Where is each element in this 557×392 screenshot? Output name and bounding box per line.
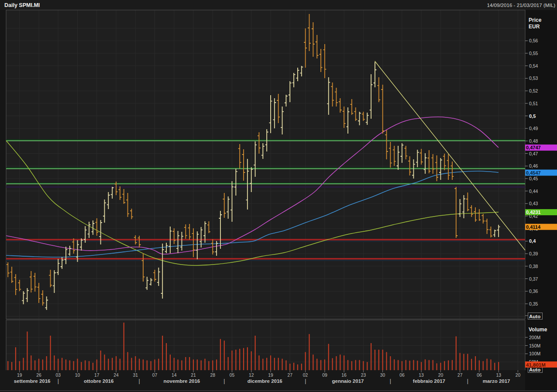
svg-text:0,48: 0,48: [529, 138, 538, 144]
svg-text:|: |: [305, 378, 306, 384]
svg-text:14: 14: [172, 373, 177, 378]
svg-text:0,36: 0,36: [529, 289, 538, 294]
svg-text:0,43: 0,43: [529, 201, 538, 206]
svg-text:28: 28: [210, 373, 215, 378]
svg-text:0,4114: 0,4114: [526, 224, 541, 230]
svg-text:ottobre 2016: ottobre 2016: [84, 378, 113, 384]
svg-text:19: 19: [268, 373, 273, 378]
svg-text:12: 12: [249, 373, 254, 378]
svg-text:06: 06: [477, 373, 482, 378]
svg-text:23: 23: [361, 373, 366, 378]
svg-text:0,39: 0,39: [529, 251, 538, 256]
svg-text:30: 30: [380, 373, 385, 378]
svg-text:|: |: [467, 378, 468, 384]
svg-text:|: |: [58, 378, 59, 384]
svg-text:Volume: Volume: [529, 327, 547, 333]
svg-text:0,45: 0,45: [529, 176, 538, 181]
svg-text:0,35: 0,35: [529, 301, 538, 306]
svg-text:Auto: Auto: [529, 367, 540, 372]
svg-text:Price: Price: [529, 17, 542, 23]
svg-text:24: 24: [113, 373, 119, 378]
svg-text:0,4547: 0,4547: [526, 170, 541, 175]
svg-text:100M: 100M: [529, 351, 540, 356]
svg-text:0,44: 0,44: [529, 189, 538, 194]
svg-text:0,4: 0,4: [529, 238, 536, 244]
svg-text:150M: 150M: [529, 343, 540, 348]
svg-text:31: 31: [133, 373, 138, 378]
svg-text:13: 13: [419, 373, 424, 378]
svg-text:17: 17: [94, 373, 100, 378]
svg-text:02: 02: [303, 373, 308, 378]
svg-text:0,5: 0,5: [529, 113, 536, 119]
svg-text:EUR: EUR: [529, 24, 540, 30]
svg-text:0,38: 0,38: [529, 264, 538, 269]
svg-text:20: 20: [438, 373, 444, 378]
svg-text:0,55: 0,55: [529, 51, 538, 56]
svg-text:|: |: [390, 378, 391, 384]
svg-text:marzo 2017: marzo 2017: [483, 378, 510, 384]
svg-text:07: 07: [152, 373, 158, 378]
svg-text:0,4747: 0,4747: [526, 145, 541, 150]
svg-text:10: 10: [75, 373, 80, 378]
svg-text:27: 27: [287, 373, 292, 378]
svg-text:0,46: 0,46: [529, 163, 538, 168]
svg-text:0,49: 0,49: [529, 126, 538, 131]
svg-text:21: 21: [191, 373, 196, 378]
svg-text:gennaio 2017: gennaio 2017: [332, 378, 364, 384]
svg-text:14/09/2016 - 21/03/2017 (MIL): 14/09/2016 - 21/03/2017 (MIL): [487, 2, 555, 8]
svg-text:19: 19: [17, 373, 22, 378]
svg-text:05: 05: [230, 373, 235, 378]
svg-text:13: 13: [496, 373, 501, 378]
svg-text:0,54: 0,54: [529, 63, 538, 69]
svg-text:27: 27: [457, 373, 463, 378]
svg-text:0,51: 0,51: [529, 101, 538, 106]
svg-text:settembre 2016: settembre 2016: [14, 378, 51, 384]
svg-text:03: 03: [55, 373, 61, 378]
svg-text:0,52: 0,52: [529, 88, 538, 93]
svg-text:200M: 200M: [529, 335, 540, 340]
svg-text:0,37: 0,37: [529, 276, 538, 282]
svg-text:0,47: 0,47: [529, 151, 538, 156]
svg-text:0,56: 0,56: [529, 38, 538, 43]
svg-text:16: 16: [341, 373, 347, 378]
svg-text:26: 26: [36, 373, 41, 378]
svg-text:09: 09: [322, 373, 327, 378]
svg-text:|: |: [139, 378, 140, 384]
svg-text:Auto: Auto: [529, 314, 540, 319]
svg-text:novembre 2016: novembre 2016: [164, 378, 200, 384]
svg-text:Daily SPMI.MI: Daily SPMI.MI: [4, 2, 40, 8]
svg-text:0,53: 0,53: [529, 76, 538, 81]
svg-text:0,4231: 0,4231: [526, 210, 541, 215]
svg-text:|: |: [223, 378, 225, 384]
svg-text:dicembre 2016: dicembre 2016: [248, 378, 282, 384]
svg-text:41,801M: 41,801M: [526, 362, 546, 368]
svg-text:febbraio 2017: febbraio 2017: [413, 378, 445, 384]
svg-text:20: 20: [516, 373, 521, 378]
svg-text:06: 06: [399, 373, 405, 378]
